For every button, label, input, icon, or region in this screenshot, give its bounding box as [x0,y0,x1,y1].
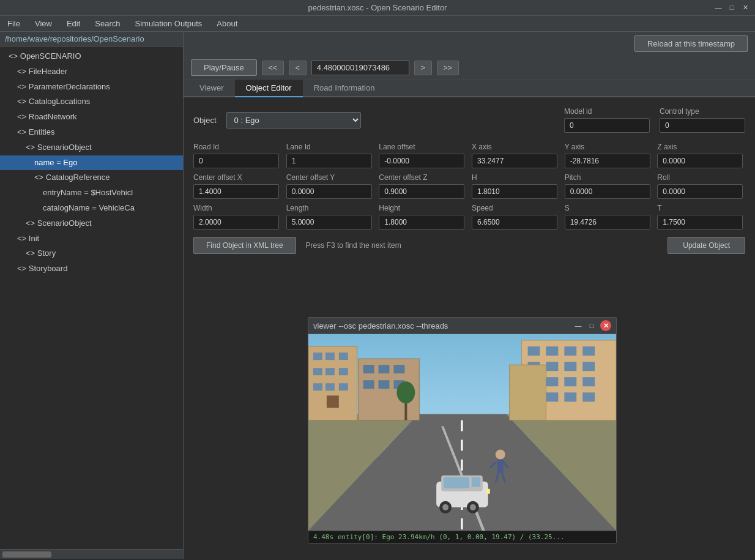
tree-item-entryname[interactable]: entryName = $HostVehicl [0,185,183,201]
tree-item-catalogloc[interactable]: <> CatalogLocations [0,94,183,110]
tree-item-story[interactable]: <> Story [0,246,183,261]
tabs: Viewer Object Editor Road Information [184,80,755,97]
menu-about[interactable]: About [209,17,245,30]
back-double-button[interactable]: << [262,61,284,75]
field-input-13[interactable] [286,215,372,230]
tree-scrollbar-thumb[interactable] [2,551,51,558]
tree-item-entities[interactable]: <> Entities [0,125,183,140]
forward-double-button[interactable]: >> [437,61,459,75]
field-input-10[interactable] [565,184,650,199]
svg-rect-13 [339,368,348,375]
viewer-content [308,334,616,531]
field-group-9: H [472,173,560,199]
field-input-0[interactable] [193,154,279,168]
field-group-16: S [565,204,653,230]
field-label-11: Roll [657,173,745,182]
field-input-9[interactable] [472,184,557,199]
field-input-7[interactable] [286,184,372,199]
svg-rect-29 [546,346,558,356]
field-input-16[interactable] [565,215,650,230]
menu-edit[interactable]: Edit [59,17,87,30]
tree-item-openscenario[interactable]: <> OpenSCENARIO [0,49,183,64]
tree-item-roadnetwork[interactable]: <> RoadNetwork [0,110,183,125]
field-input-4[interactable] [565,154,650,168]
menu-file[interactable]: File [0,17,28,30]
viewer-minimize-button[interactable]: — [573,321,583,330]
field-input-14[interactable] [379,215,464,230]
viewer-close-button[interactable]: ✕ [600,320,611,331]
field-input-6[interactable] [193,184,279,199]
timestamp-input[interactable] [311,60,409,75]
field-group-5: Z axis [657,143,745,168]
tree-item-scenariobj1[interactable]: <> ScenarioObject [0,140,183,155]
viewer-maximize-button[interactable]: □ [587,321,597,330]
tree-scrollbar[interactable] [0,549,183,559]
update-object-button[interactable]: Update Object [668,237,745,254]
field-input-15[interactable] [472,215,557,230]
field-input-11[interactable] [657,184,743,199]
svg-rect-33 [546,362,558,371]
control-type-group: Control type [660,107,745,133]
svg-rect-16 [339,383,348,390]
svg-rect-30 [564,346,576,356]
svg-rect-43 [582,392,595,401]
field-input-8[interactable] [379,184,464,199]
tree-item-init[interactable]: <> Init [0,231,183,247]
svg-rect-38 [564,377,576,386]
menu-simulation-outputs[interactable]: Simulation Outputs [128,17,210,30]
field-input-1[interactable] [286,154,372,168]
fields-grid: Road IdLane IdLane offsetX axisY axisZ a… [193,143,745,230]
reload-button[interactable]: Reload at this timestamp [634,35,748,52]
svg-rect-11 [313,368,322,375]
tree-item-storyboard[interactable]: <> Storyboard [0,261,183,277]
tree-item-paramdecl[interactable]: <> ParameterDeclarations [0,80,183,95]
back-button[interactable]: < [289,61,307,75]
tree-item-catalogname[interactable]: catalogName = VehicleCa [0,201,183,216]
play-pause-button[interactable]: Play/Pause [191,59,257,76]
tree-container[interactable]: <> OpenSCENARIO<> FileHeader<> Parameter… [0,47,183,549]
find-object-button[interactable]: Find Object in XML tree [193,237,296,254]
svg-rect-17 [327,395,339,408]
tree-item-name-ego[interactable]: name = Ego [0,155,183,171]
maximize-button[interactable]: □ [727,2,737,12]
field-label-6: Center offset X [193,173,281,182]
field-group-12: Width [193,204,281,230]
tab-object-editor[interactable]: Object Editor [235,80,303,97]
viewer-status: 4.48s entity[0]: Ego 23.94km/h (0, 1, 0.… [308,531,616,543]
tree-item-fileheader[interactable]: <> FileHeader [0,64,183,80]
f3-label: Press F3 to find the next item [306,241,401,250]
tab-road-information[interactable]: Road Information [303,80,386,97]
svg-point-47 [396,381,415,403]
field-input-5[interactable] [657,154,743,168]
left-panel: /home/wave/repositories/OpenScenario <> … [0,32,184,559]
field-label-14: Height [379,204,467,212]
field-input-17[interactable] [657,215,743,230]
menu-view[interactable]: View [28,17,59,30]
control-type-input[interactable] [660,118,745,133]
svg-rect-42 [564,392,576,401]
forward-button[interactable]: > [414,61,432,75]
tree-item-catalogref[interactable]: <> CatalogReference [0,170,183,185]
top-row1: Reload at this timestamp [184,32,755,56]
viewer-window: viewer --osc pedestrian.xosc --threads —… [308,317,617,543]
close-button[interactable]: ✕ [740,2,750,12]
minimize-button[interactable]: — [713,2,723,12]
field-label-4: Y axis [565,143,653,151]
field-input-2[interactable] [379,154,464,168]
field-label-13: Length [286,204,374,212]
model-id-input[interactable] [564,118,650,133]
tree-item-scenariobj2[interactable]: <> ScenarioObject [0,216,183,231]
object-label: Object [193,116,217,125]
actions-row: Find Object in XML tree Press F3 to find… [193,237,745,254]
svg-rect-12 [325,368,335,375]
svg-rect-37 [546,377,558,386]
menu-search[interactable]: Search [87,17,127,30]
field-input-12[interactable] [193,215,279,230]
tab-viewer[interactable]: Viewer [188,80,235,97]
field-input-3[interactable] [472,154,557,168]
field-group-6: Center offset X [193,173,281,199]
object-dropdown[interactable]: 0 : Ego [226,112,361,129]
svg-rect-44 [510,365,546,420]
svg-rect-58 [497,460,504,473]
field-label-15: Speed [472,204,560,212]
